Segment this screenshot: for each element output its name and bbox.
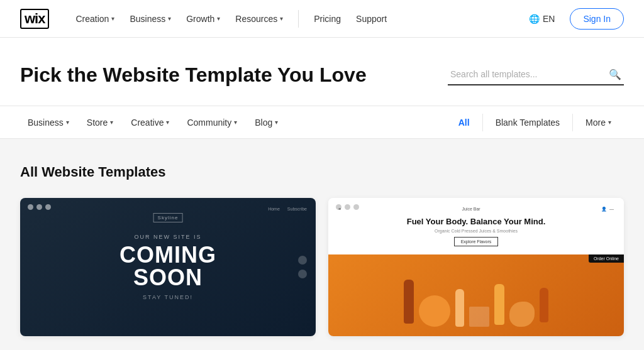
chevron-down-icon: ▾ <box>168 15 171 22</box>
cat-right-items: All Blank Templates More ▾ <box>446 114 624 131</box>
juice-bar-bottom: Order Online <box>328 254 624 336</box>
cat-creative[interactable]: Creative ▾ <box>123 114 177 131</box>
window-chrome <box>28 204 51 210</box>
section-title: All Website Templates <box>20 164 624 180</box>
nav-pricing[interactable]: Pricing <box>308 10 347 28</box>
bottle-light-2 <box>494 284 504 325</box>
top-navigation: wix Creation ▾ Business ▾ Growth ▾ Resou… <box>0 0 644 38</box>
language-selector[interactable]: 🌐 EN <box>524 10 560 28</box>
nav-items: Creation ▾ Business ▾ Growth ▾ Resources… <box>69 10 523 28</box>
coming-soon-sub: STAY TUNED! <box>119 294 216 300</box>
chevron-down-icon: ▾ <box>217 15 220 22</box>
juice-bar-top: ≡ Juice Bar 👤 — Fuel Your Body. Balance … <box>328 198 624 254</box>
coming-soon-content: OUR NEW SITE IS COMING SOON STAY TUNED! <box>119 234 216 300</box>
window-dot-green <box>45 204 51 210</box>
card-top-nav: Home Subscribe <box>268 207 307 211</box>
window-dot-red <box>28 204 33 210</box>
search-icon: — <box>609 207 614 212</box>
cat-store[interactable]: Store ▾ <box>79 114 121 131</box>
nav-support[interactable]: Support <box>350 10 393 28</box>
chevron-down-icon: ▾ <box>234 119 237 126</box>
chevron-down-icon: ▾ <box>166 119 169 126</box>
filter-all[interactable]: All <box>446 114 482 131</box>
logo-text: wix <box>20 9 49 29</box>
nav-right: 🌐 EN Sign In <box>524 8 624 30</box>
page-title: Pick the Website Template You Love <box>20 63 367 87</box>
window-dot-red <box>336 204 341 210</box>
nav-resources[interactable]: Resources ▾ <box>229 10 289 28</box>
site-name: Juice Bar <box>462 207 480 211</box>
bottle-dark-2 <box>540 288 548 322</box>
chevron-down-icon: ▾ <box>66 119 69 126</box>
category-navigation: Business ▾ Store ▾ Creative ▾ Community … <box>0 106 644 139</box>
chevron-down-icon: ▾ <box>111 15 114 22</box>
nav-divider <box>298 10 299 28</box>
orange-fruit <box>419 295 450 327</box>
papaya-fruit <box>509 302 535 327</box>
cube-1 <box>469 307 489 327</box>
orange-scene <box>328 254 624 336</box>
bottle-light-1 <box>455 289 464 327</box>
globe-icon: 🌐 <box>529 14 540 24</box>
juice-bar-nav: ≡ Juice Bar 👤 — <box>338 207 614 212</box>
chevron-down-icon: ▾ <box>275 119 278 126</box>
juice-bar-sub: Organic Cold Pressed Juices & Smoothies <box>435 229 518 233</box>
search-input[interactable] <box>450 69 604 79</box>
template-card-juice-bar[interactable]: ≡ Juice Bar 👤 — Fuel Your Body. Balance … <box>328 198 624 336</box>
window-dot-green <box>353 204 359 210</box>
bottle-group <box>455 289 464 327</box>
window-dot-yellow <box>36 204 42 210</box>
template-card-coming-soon[interactable]: Home Subscribe Skyline OUR NEW SITE IS C… <box>20 198 316 336</box>
search-icon[interactable]: 🔍 <box>609 68 621 80</box>
fruit-scene <box>328 254 624 336</box>
window-dot-yellow <box>345 204 350 210</box>
social-icons <box>298 256 307 278</box>
main-content: All Website Templates Home Subscribe Sky… <box>0 139 644 350</box>
nav-growth[interactable]: Growth ▾ <box>180 10 226 28</box>
filter-more[interactable]: More ▾ <box>572 114 624 131</box>
cat-business[interactable]: Business ▾ <box>20 114 77 131</box>
juice-bar-tagline: Fuel Your Body. Balance Your Mind. <box>407 217 546 227</box>
coming-soon-text: COMING SOON <box>119 244 216 289</box>
search-area: 🔍 <box>448 65 624 85</box>
sign-in-button[interactable]: Sign In <box>570 8 624 30</box>
chevron-down-icon: ▾ <box>608 119 611 126</box>
cat-blog[interactable]: Blog ▾ <box>247 114 286 131</box>
chevron-down-icon: ▾ <box>280 15 283 22</box>
coming-soon-label: OUR NEW SITE IS <box>119 234 216 240</box>
hero-section: Pick the Website Template You Love 🔍 <box>0 38 644 106</box>
account-icon: 👤 <box>601 207 607 212</box>
social-icon-1 <box>298 256 307 265</box>
order-online-badge: Order Online <box>589 254 624 263</box>
nav-creation[interactable]: Creation ▾ <box>69 10 121 28</box>
category-items: Business ▾ Store ▾ Creative ▾ Community … <box>20 114 446 131</box>
nav-icons: 👤 — <box>601 207 614 212</box>
social-icon-2 <box>298 270 307 278</box>
nav-business[interactable]: Business ▾ <box>123 10 177 28</box>
chevron-down-icon: ▾ <box>110 119 113 126</box>
bottle-dark <box>404 280 414 324</box>
wix-logo[interactable]: wix <box>20 9 49 29</box>
card-logo: Skyline <box>153 213 183 222</box>
explore-flavors-button[interactable]: Explore Flavors <box>454 237 499 246</box>
window-chrome <box>336 204 359 210</box>
templates-grid: Home Subscribe Skyline OUR NEW SITE IS C… <box>20 198 624 336</box>
filter-blank-templates[interactable]: Blank Templates <box>482 114 572 131</box>
cat-community[interactable]: Community ▾ <box>179 114 245 131</box>
